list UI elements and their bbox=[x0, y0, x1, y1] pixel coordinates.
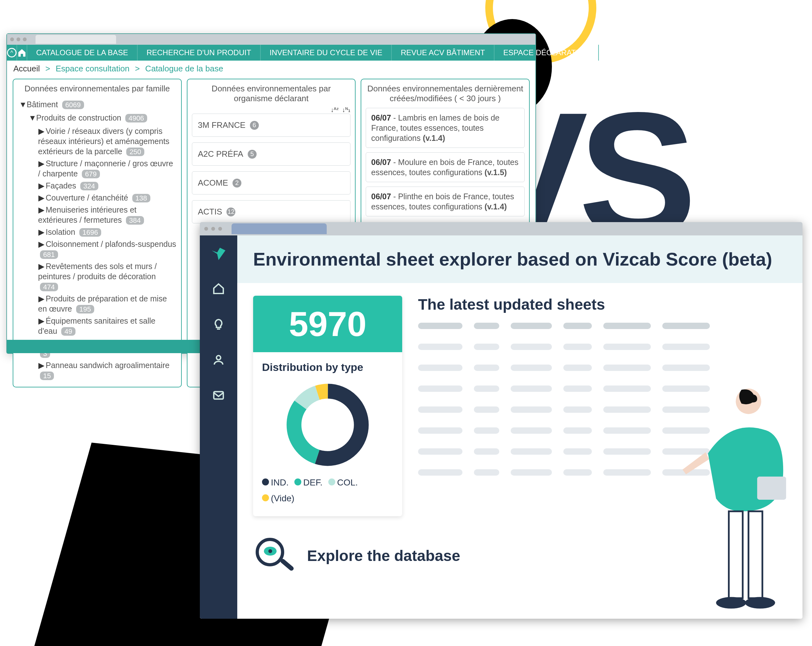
tree-item[interactable]: ▶Cloisonnement / plafonds-suspendus 681 bbox=[38, 239, 177, 260]
legend-item: DEF. bbox=[295, 478, 323, 488]
close-icon[interactable] bbox=[10, 37, 14, 41]
legend-item: (Vide) bbox=[262, 493, 295, 504]
browser-tab[interactable] bbox=[232, 223, 327, 234]
sidebar-logo[interactable] bbox=[210, 245, 227, 261]
nav-item-revue[interactable]: REVUE ACV BÂTIMENT bbox=[392, 45, 494, 61]
tree-item[interactable]: ▶Voirie / réseaux divers (y compris rése… bbox=[38, 126, 177, 157]
tree-item[interactable]: ▶Structure / maçonnerie / gros œuvre / c… bbox=[38, 158, 177, 179]
caret-right-icon: ▶ bbox=[38, 316, 44, 326]
legend-item: COL. bbox=[328, 478, 358, 488]
tree-item[interactable]: ▶Couverture / étanchéité 138 bbox=[38, 192, 177, 203]
tree-root[interactable]: ▼Bâtiment 6069 ▼Produits de construction… bbox=[19, 98, 177, 381]
org-item[interactable]: ACTIS12 bbox=[192, 200, 351, 223]
svg-rect-9 bbox=[749, 512, 763, 599]
sidebar-mail[interactable] bbox=[210, 387, 227, 403]
breadcrumb-sep: > bbox=[135, 64, 140, 73]
sort-count-icon[interactable]: ↓ᴺ₁ bbox=[342, 106, 351, 114]
caret-right-icon: ▶ bbox=[38, 126, 44, 136]
svg-point-5 bbox=[294, 391, 361, 458]
vizcab-window: Environmental sheet explorer based on Vi… bbox=[200, 222, 803, 619]
caret-right-icon: ▶ bbox=[38, 239, 44, 249]
nav-item-catalogue[interactable]: CATALOGUE DE LA BASE bbox=[27, 45, 138, 61]
nav-item-recherche[interactable]: RECHERCHE D'UN PRODUIT bbox=[138, 45, 261, 61]
panel-recent-title: Données environnementales dernièrement c… bbox=[366, 84, 525, 104]
svg-point-11 bbox=[745, 597, 775, 609]
svg-point-10 bbox=[716, 597, 746, 609]
breadcrumb-mid[interactable]: Espace consultation bbox=[55, 64, 130, 73]
minimize-icon[interactable] bbox=[17, 37, 20, 41]
sidebar-home[interactable] bbox=[210, 281, 227, 297]
panel-family-title: Données environnementales par famille bbox=[18, 84, 177, 93]
breadcrumb-last[interactable]: Catalogue de la base bbox=[145, 64, 223, 73]
svg-point-0 bbox=[216, 356, 220, 360]
sort-az-icon[interactable]: ↓ᴬᶻ bbox=[331, 106, 339, 114]
user-icon bbox=[212, 353, 225, 366]
sidebar-profile[interactable] bbox=[210, 351, 227, 368]
person-illustration bbox=[672, 384, 790, 615]
home-icon bbox=[212, 283, 225, 295]
tree-item[interactable]: ▶Isolation 1696 bbox=[38, 227, 177, 238]
vizcab-sidebar bbox=[200, 235, 237, 619]
caret-right-icon: ▶ bbox=[38, 261, 44, 271]
tree-item[interactable]: ▶Revêtements des sols et murs / peinture… bbox=[38, 261, 177, 292]
breadcrumb-home[interactable]: Accueil bbox=[13, 64, 40, 73]
tree-item[interactable]: ▶Équipements sanitaires et salle d'eau 4… bbox=[38, 316, 177, 337]
lightbulb-icon bbox=[212, 318, 225, 331]
main-nav: ^ CATALOGUE DE LA BASE RECHERCHE D'UN PR… bbox=[7, 45, 536, 61]
close-icon[interactable] bbox=[204, 227, 208, 231]
vizcab-main: Environmental sheet explorer based on Vi… bbox=[237, 235, 803, 619]
panel-org-title: Données environnementales par organisme … bbox=[192, 84, 351, 104]
tree-item[interactable]: ▶Menuiseries intérieures et extérieures … bbox=[38, 205, 177, 226]
org-item[interactable]: A2C PRÉFA5 bbox=[192, 142, 351, 166]
caret-right-icon: ▶ bbox=[38, 205, 44, 215]
kpi-card: 5970 Distribution by type IND.DEF.COL.(V… bbox=[253, 296, 402, 516]
table-row bbox=[418, 365, 787, 371]
caret-down-icon: ▼ bbox=[29, 111, 35, 124]
explore-icon bbox=[253, 535, 295, 577]
latest-title: The latest updated sheets bbox=[418, 296, 787, 313]
caret-right-icon: ▶ bbox=[38, 180, 44, 191]
tree-item[interactable]: ▶Panneau sandwich agroalimentaire 15 bbox=[38, 360, 177, 381]
arrow-up-icon: ^ bbox=[7, 48, 17, 57]
table-row bbox=[418, 344, 787, 350]
maximize-icon[interactable] bbox=[218, 227, 222, 231]
nav-logo-button[interactable]: ^ bbox=[7, 45, 17, 61]
legend-item: IND. bbox=[262, 478, 288, 488]
caret-right-icon: ▶ bbox=[38, 158, 44, 168]
svg-rect-8 bbox=[729, 512, 743, 599]
org-item[interactable]: ACOME2 bbox=[192, 171, 351, 194]
home-icon bbox=[17, 48, 27, 57]
nav-home-button[interactable] bbox=[17, 45, 27, 61]
donut-chart bbox=[262, 380, 393, 469]
page-title: Environmental sheet explorer based on Vi… bbox=[253, 248, 787, 270]
table-row bbox=[418, 323, 787, 329]
breadcrumb-sep: > bbox=[45, 64, 50, 73]
minimize-icon[interactable] bbox=[211, 227, 215, 231]
svg-rect-1 bbox=[214, 391, 223, 399]
svg-rect-7 bbox=[757, 476, 786, 500]
caret-right-icon: ▶ bbox=[38, 360, 44, 370]
tree-item[interactable]: ▶Façades 324 bbox=[38, 180, 177, 191]
browser-tab[interactable] bbox=[35, 35, 116, 44]
sidebar-ideas[interactable] bbox=[210, 316, 227, 333]
maximize-icon[interactable] bbox=[23, 37, 27, 41]
caret-down-icon: ▼ bbox=[19, 98, 25, 111]
breadcrumb: Accueil > Espace consultation > Catalogu… bbox=[7, 61, 536, 77]
caret-right-icon: ▶ bbox=[38, 227, 44, 237]
distribution-title: Distribution by type bbox=[262, 361, 393, 373]
kpi-value: 5970 bbox=[253, 296, 402, 352]
nav-item-inventaire[interactable]: INVENTAIRE DU CYCLE DE VIE bbox=[261, 45, 392, 61]
browser-tabbar bbox=[200, 222, 803, 235]
explore-title: Explore the database bbox=[307, 547, 460, 565]
family-tree: ▼Bâtiment 6069 ▼Produits de construction… bbox=[18, 98, 177, 381]
recent-item[interactable]: 06/07 - Moulure en bois de France, toute… bbox=[366, 152, 525, 182]
recent-item[interactable]: 06/07 - Plinthe en bois de France, toute… bbox=[366, 186, 525, 216]
browser-tabbar bbox=[7, 34, 536, 45]
nav-item-declaration[interactable]: ESPACE DÉCLARATION bbox=[495, 45, 599, 61]
caret-right-icon: ▶ bbox=[38, 192, 44, 203]
mail-icon bbox=[212, 389, 225, 402]
page-banner: Environmental sheet explorer based on Vi… bbox=[237, 235, 803, 283]
recent-item[interactable]: 06/07 - Lambris en lames de bois de Fran… bbox=[366, 108, 525, 148]
tree-item[interactable]: ▶Produits de préparation et de mise en œ… bbox=[38, 293, 177, 315]
org-item[interactable]: 3M FRANCE6 bbox=[192, 114, 351, 137]
